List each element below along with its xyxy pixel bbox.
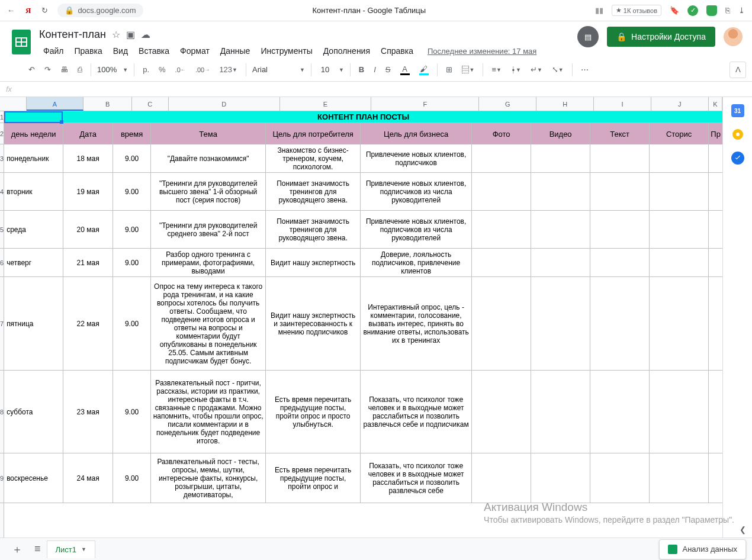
header-cell[interactable]: Сторис <box>650 123 709 144</box>
data-cell[interactable] <box>531 144 590 173</box>
header-cell[interactable]: время <box>113 123 151 144</box>
ext-icon-1[interactable]: ▮▮ <box>595 6 603 15</box>
data-cell[interactable]: Интерактивный опрос, цель - комментарии,… <box>361 277 472 371</box>
title-merged-cell[interactable]: КОНТЕНТ ПЛАН ПОСТЫ <box>4 111 722 123</box>
reload-icon[interactable]: ↻ <box>41 6 48 15</box>
data-cell[interactable]: 21 мая <box>63 249 113 277</box>
merge-button[interactable]: ⿳▼ <box>458 62 478 77</box>
header-cell[interactable]: Дата <box>63 123 113 144</box>
data-cell[interactable] <box>650 453 709 503</box>
data-cell[interactable]: "Давайте познакомимся" <box>151 144 266 173</box>
data-cell[interactable] <box>472 249 531 277</box>
menu-инструменты[interactable]: Инструменты <box>256 44 316 58</box>
print-button[interactable]: 🖶 <box>57 62 72 77</box>
dec-increase-button[interactable]: .00→ <box>192 63 213 76</box>
data-cell[interactable] <box>590 371 650 453</box>
data-cell[interactable] <box>590 249 650 277</box>
data-cell[interactable] <box>531 453 590 503</box>
data-cell[interactable]: четверг <box>4 249 63 277</box>
data-cell[interactable]: Понимает значимость тренингов для руково… <box>266 173 361 211</box>
data-cell[interactable]: 24 мая <box>63 453 113 503</box>
menu-справка[interactable]: Справка <box>377 44 417 58</box>
currency-button[interactable]: р. <box>139 62 153 77</box>
header-cell[interactable]: Фото <box>472 123 531 144</box>
data-cell[interactable] <box>650 173 709 211</box>
col-header-G[interactable]: G <box>479 97 536 111</box>
menu-вставка[interactable]: Вставка <box>134 44 173 58</box>
data-cell[interactable] <box>590 144 650 173</box>
header-cell[interactable]: день недели <box>4 123 63 144</box>
font-select[interactable]: Arial▼ <box>251 63 306 76</box>
data-cell[interactable] <box>472 211 531 249</box>
data-cell[interactable]: Доверие, лояльность подписчиков, привлеч… <box>361 249 472 277</box>
calendar-icon[interactable]: 31 <box>731 104 744 117</box>
ext-icon-2[interactable]: ⎘ <box>725 6 730 15</box>
cells-grid[interactable]: КОНТЕНТ ПЛАН ПОСТЫдень неделиДатавремяТе… <box>4 111 722 560</box>
paint-format-button[interactable]: ⎙ <box>74 62 86 77</box>
data-cell[interactable] <box>709 144 722 173</box>
share-button[interactable]: 🔒 Настройки Доступа <box>607 27 715 47</box>
data-cell[interactable] <box>472 144 531 173</box>
col-header-J[interactable]: J <box>651 97 709 111</box>
col-header-F[interactable]: F <box>371 97 479 111</box>
col-header-K[interactable]: K <box>709 97 722 111</box>
data-cell[interactable] <box>650 277 709 371</box>
data-cell[interactable]: Привлечение новых клиентов, подписчиков … <box>361 211 472 249</box>
yandex-icon[interactable]: Я <box>25 6 31 15</box>
col-header-H[interactable]: H <box>536 97 594 111</box>
data-cell[interactable] <box>709 277 722 371</box>
number-format-button[interactable]: 123▼ <box>216 62 241 77</box>
data-cell[interactable]: 9.00 <box>113 211 151 249</box>
last-edit-link[interactable]: Последнее изменение: 17 мая <box>423 44 541 58</box>
star-icon[interactable]: ☆ <box>112 29 120 40</box>
dec-decrease-button[interactable]: .0← <box>172 63 189 76</box>
data-cell[interactable]: Развлекательный пост - притчи, рассказы,… <box>151 371 266 453</box>
data-cell[interactable]: Видит нашу экспертность и заинтересованн… <box>266 277 361 371</box>
data-cell[interactable] <box>709 249 722 277</box>
add-sheet-button[interactable]: ＋ <box>6 539 28 560</box>
data-cell[interactable]: Показать, что психолог тоже человек и в … <box>361 371 472 453</box>
strike-button[interactable]: S <box>382 62 394 77</box>
data-cell[interactable] <box>531 211 590 249</box>
comments-button[interactable]: ▤ <box>577 26 599 47</box>
col-header-B[interactable]: B <box>83 97 131 111</box>
rotate-button[interactable]: ⤡▼ <box>548 62 567 77</box>
data-cell[interactable] <box>590 453 650 503</box>
data-cell[interactable] <box>472 173 531 211</box>
sheet-tab-menu-icon[interactable]: ▼ <box>81 546 86 552</box>
data-cell[interactable]: 9.00 <box>113 453 151 503</box>
italic-button[interactable]: I <box>370 62 380 77</box>
header-cell[interactable]: Тема <box>151 123 266 144</box>
row-header-2[interactable]: 2 <box>0 123 4 144</box>
header-cell[interactable]: Пр <box>709 123 722 144</box>
data-cell[interactable]: 19 мая <box>63 173 113 211</box>
header-cell[interactable]: Цель для потребителя <box>266 123 361 144</box>
ext-shield-icon[interactable] <box>706 5 717 16</box>
valign-button[interactable]: ⍿▼ <box>507 62 525 77</box>
doc-title[interactable]: Контент-план <box>39 28 106 41</box>
fill-color-button[interactable]: 🖌 <box>416 62 432 78</box>
data-cell[interactable]: 23 мая <box>63 371 113 453</box>
expand-sidepanel-icon[interactable]: ❮ <box>740 525 746 534</box>
header-cell[interactable]: Цель для бизнеса <box>361 123 472 144</box>
data-cell[interactable] <box>709 173 722 211</box>
move-icon[interactable]: ▣ <box>126 29 135 40</box>
data-cell[interactable]: 9.00 <box>113 144 151 173</box>
data-cell[interactable] <box>590 277 650 371</box>
row-header-6[interactable]: 6 <box>0 249 4 277</box>
col-header-C[interactable]: C <box>132 97 169 111</box>
col-header-I[interactable]: I <box>594 97 651 111</box>
row-header-7[interactable]: 7 <box>0 277 4 371</box>
data-cell[interactable]: Привлечение новых клиентов, подписчиков <box>361 144 472 173</box>
data-cell[interactable]: 9.00 <box>113 249 151 277</box>
halign-button[interactable]: ≡▼ <box>488 62 505 77</box>
col-header-E[interactable]: E <box>280 97 372 111</box>
row-header-3[interactable]: 3 <box>0 144 4 173</box>
menu-формат[interactable]: Формат <box>176 44 214 58</box>
more-button[interactable]: ⋯ <box>577 62 592 77</box>
data-cell[interactable]: Есть время перечитать предыдущие посты, … <box>266 371 361 453</box>
col-header-A[interactable]: A <box>27 97 84 111</box>
reviews-badge[interactable]: ★ 1К отзывов <box>612 5 661 16</box>
data-cell[interactable]: вторник <box>4 173 63 211</box>
text-color-button[interactable]: A <box>397 62 413 78</box>
